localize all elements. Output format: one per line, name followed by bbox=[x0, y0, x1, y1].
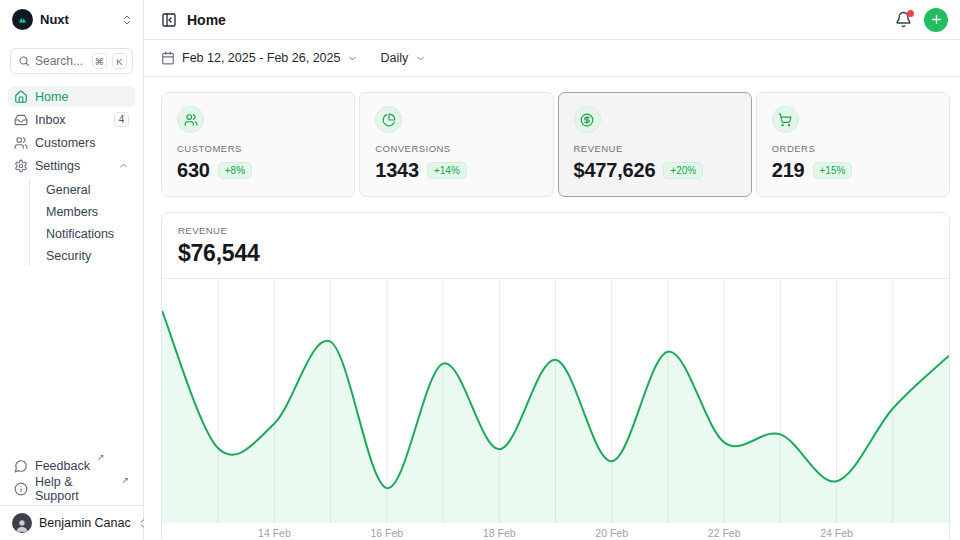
stat-value: 1343 bbox=[375, 159, 419, 182]
dollar-circle-icon bbox=[574, 106, 601, 133]
info-circle-icon bbox=[14, 482, 28, 496]
stat-value: 630 bbox=[177, 159, 210, 182]
stat-label: CONVERSIONS bbox=[375, 143, 537, 154]
users-icon bbox=[177, 106, 204, 133]
chevron-down-icon bbox=[347, 53, 358, 64]
external-link-icon: ↗ bbox=[97, 452, 105, 462]
feedback-link[interactable]: Feedback ↗ bbox=[8, 455, 135, 476]
sidebar-item-label: Settings bbox=[35, 159, 111, 173]
search-input[interactable]: ⌘ K bbox=[10, 48, 133, 74]
sub-item-label: Security bbox=[46, 249, 91, 263]
user-menu[interactable]: Benjamin Canac bbox=[0, 505, 143, 540]
calendar-icon bbox=[161, 51, 175, 65]
revenue-area-chart[interactable] bbox=[162, 278, 949, 523]
x-tick-label: 16 Feb bbox=[370, 527, 403, 539]
chevrons-up-down-icon bbox=[121, 14, 133, 26]
app-window: Nuxt ⌘ K Home Inbo bbox=[0, 0, 960, 540]
granularity-select[interactable]: Daily bbox=[380, 51, 426, 65]
granularity-value: Daily bbox=[380, 51, 408, 65]
header-actions bbox=[895, 8, 948, 32]
footer-link-label: Help & Support bbox=[35, 475, 114, 503]
sidebar-item-members[interactable]: Members bbox=[41, 202, 135, 222]
sub-item-label: Members bbox=[46, 205, 98, 219]
user-name: Benjamin Canac bbox=[39, 516, 131, 530]
stat-card-revenue[interactable]: REVENUE $477,626 +20% bbox=[558, 92, 752, 197]
revenue-chart-card: REVENUE $76,544 14 Feb16 Feb18 Feb20 Feb… bbox=[161, 212, 950, 540]
stat-value: $477,626 bbox=[574, 159, 656, 182]
stat-delta-badge: +20% bbox=[663, 162, 703, 179]
stat-delta-badge: +15% bbox=[813, 162, 853, 179]
filter-toolbar: Feb 12, 2025 - Feb 26, 2025 Daily bbox=[144, 40, 960, 77]
sidebar-item-label: Inbox bbox=[35, 113, 107, 127]
inbox-icon bbox=[14, 113, 28, 127]
sidebar: Nuxt ⌘ K Home Inbo bbox=[0, 0, 144, 540]
shopping-cart-icon bbox=[772, 106, 799, 133]
stat-card-orders[interactable]: ORDERS 219 +15% bbox=[756, 92, 950, 197]
nuxt-logo-icon bbox=[12, 9, 33, 30]
message-circle-icon bbox=[14, 459, 28, 473]
sub-item-label: General bbox=[46, 183, 90, 197]
notification-dot bbox=[907, 10, 914, 17]
sub-item-label: Notifications bbox=[46, 227, 114, 241]
workspace-name: Nuxt bbox=[40, 12, 114, 27]
date-range-picker[interactable]: Feb 12, 2025 - Feb 26, 2025 bbox=[161, 51, 358, 65]
kbd-k: K bbox=[112, 53, 127, 69]
kbd-meta: ⌘ bbox=[92, 53, 108, 69]
stat-card-customers[interactable]: CUSTOMERS 630 +8% bbox=[161, 92, 355, 197]
x-tick-label: 24 Feb bbox=[820, 527, 853, 539]
stat-label: ORDERS bbox=[772, 143, 934, 154]
date-range-value: Feb 12, 2025 - Feb 26, 2025 bbox=[182, 51, 340, 65]
sidebar-item-notifications[interactable]: Notifications bbox=[41, 224, 135, 244]
chart-canvas bbox=[162, 279, 949, 523]
external-link-icon: ↗ bbox=[121, 475, 129, 485]
x-tick-label: 14 Feb bbox=[258, 527, 291, 539]
sidebar-spacer bbox=[0, 266, 143, 455]
chart-header: REVENUE $76,544 bbox=[162, 213, 949, 278]
home-icon bbox=[14, 90, 28, 104]
x-tick-label: 20 Feb bbox=[595, 527, 628, 539]
sidebar-nav: Home Inbox 4 Customers Settings bbox=[8, 86, 135, 266]
chart-x-axis: 14 Feb16 Feb18 Feb20 Feb22 Feb24 Feb bbox=[162, 523, 949, 540]
page-content: CUSTOMERS 630 +8% CONVERSIONS 1343 +14% bbox=[144, 77, 960, 540]
sidebar-item-customers[interactable]: Customers bbox=[8, 132, 135, 153]
sidebar-item-inbox[interactable]: Inbox 4 bbox=[8, 109, 135, 130]
inbox-count-badge: 4 bbox=[114, 112, 129, 127]
stat-label: REVENUE bbox=[574, 143, 736, 154]
footer-link-label: Feedback bbox=[35, 459, 90, 473]
sidebar-item-home[interactable]: Home bbox=[8, 86, 135, 107]
main-area: Home Feb 12, 2025 - Feb 26, 2025 bbox=[144, 0, 960, 540]
chart-metric-label: REVENUE bbox=[178, 225, 933, 236]
chevron-up-icon bbox=[118, 160, 129, 171]
sidebar-footer: Feedback ↗ Help & Support ↗ bbox=[8, 455, 135, 499]
page-title: Home bbox=[187, 12, 226, 28]
sidebar-item-general[interactable]: General bbox=[41, 180, 135, 200]
chart-metric-value: $76,544 bbox=[178, 240, 933, 267]
sidebar-item-label: Customers bbox=[35, 136, 129, 150]
stat-label: CUSTOMERS bbox=[177, 143, 339, 154]
pie-chart-icon bbox=[375, 106, 402, 133]
sidebar-item-settings[interactable]: Settings bbox=[8, 155, 135, 176]
help-support-link[interactable]: Help & Support ↗ bbox=[8, 478, 135, 499]
top-header: Home bbox=[144, 0, 960, 40]
collapse-sidebar-icon[interactable] bbox=[161, 12, 177, 28]
stats-row: CUSTOMERS 630 +8% CONVERSIONS 1343 +14% bbox=[161, 92, 950, 197]
sidebar-item-label: Home bbox=[35, 90, 129, 104]
plus-icon bbox=[930, 13, 943, 26]
stat-value: 219 bbox=[772, 159, 805, 182]
search-icon bbox=[18, 55, 30, 67]
gear-icon bbox=[14, 159, 28, 173]
avatar bbox=[12, 513, 32, 533]
workspace-switcher[interactable]: Nuxt bbox=[0, 0, 143, 36]
chevron-down-icon bbox=[415, 53, 426, 64]
add-button[interactable] bbox=[924, 8, 948, 32]
users-icon bbox=[14, 136, 28, 150]
stat-card-conversions[interactable]: CONVERSIONS 1343 +14% bbox=[359, 92, 553, 197]
settings-submenu: General Members Notifications Security bbox=[29, 180, 135, 266]
search-field[interactable] bbox=[35, 54, 87, 68]
stat-delta-badge: +14% bbox=[427, 162, 467, 179]
x-tick-label: 22 Feb bbox=[708, 527, 741, 539]
sidebar-item-security[interactable]: Security bbox=[41, 246, 135, 266]
x-tick-label: 18 Feb bbox=[483, 527, 516, 539]
stat-delta-badge: +8% bbox=[218, 162, 252, 179]
notifications-button[interactable] bbox=[895, 11, 912, 28]
